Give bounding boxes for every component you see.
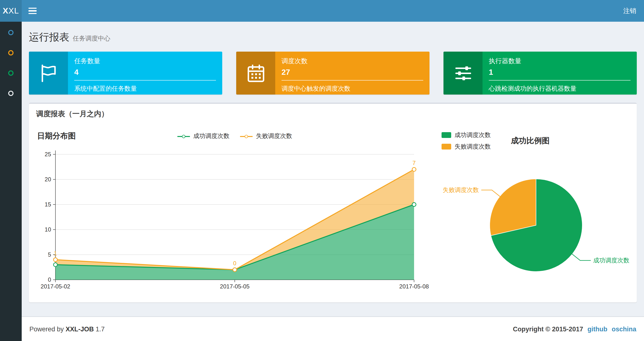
info-box-divider [74, 80, 216, 81]
data-point [54, 263, 57, 267]
line-chart-area: 日期分布图 成功调度次数失败调度次数 05101520252017-05-022… [36, 130, 433, 292]
legend-line-marker-icon [178, 136, 190, 137]
brand-name: XXL-JOB [66, 325, 94, 332]
info-box-body: 任务数量 4 系统中配置的任务数量 [68, 52, 222, 95]
legend-item[interactable]: 失败调度次数 [240, 132, 292, 140]
legend-label: 失败调度次数 [454, 143, 491, 151]
svg-text:15: 15 [44, 201, 51, 208]
menu-item-executor-manage[interactable] [8, 91, 14, 96]
flag-icon [29, 52, 68, 95]
page-title: 运行报表任务调度中心 [29, 30, 637, 44]
page-title-text: 运行报表 [29, 31, 70, 43]
pie-chart-area: 成功调度次数失败调度次数 成功比例图 成功调度次数失败调度次数 [442, 130, 630, 292]
legend-label: 成功调度次数 [193, 132, 230, 140]
svg-text:2017-05-05: 2017-05-05 [220, 283, 250, 290]
info-box-divider [489, 80, 630, 81]
pie-chart-header: 成功调度次数失败调度次数 成功比例图 [442, 130, 630, 151]
pie-slice-2[interactable] [490, 179, 536, 236]
info-box-divider [282, 80, 423, 81]
line-chart-title: 日期分布图 [37, 131, 76, 141]
copyright: Copyright © 2015-2017 [513, 325, 583, 332]
main-content: 运行报表任务调度中心 任务数量 4 系统中配置的任务数量 [22, 22, 644, 316]
pie-chart-title: 成功比例图 [511, 136, 550, 146]
info-box-title: 执行器数量 [489, 57, 630, 66]
svg-text:20: 20 [44, 176, 51, 183]
menu-item-job-manage[interactable] [8, 50, 14, 56]
line-chart-canvas: 05101520252017-05-022017-05-052017-05-08… [36, 147, 433, 292]
svg-text:10: 10 [44, 226, 51, 233]
svg-text:25: 25 [44, 151, 51, 157]
calendar-icon [236, 52, 275, 95]
legend-item[interactable]: 成功调度次数 [442, 131, 491, 139]
info-box-value: 27 [282, 68, 423, 77]
info-box-desc: 调度中心触发的调度次数 [282, 84, 423, 93]
footer-right: Copyright © 2015-2017 github oschina [513, 325, 636, 332]
legend-item[interactable]: 失败调度次数 [442, 143, 491, 151]
svg-text:7: 7 [412, 160, 416, 166]
pie-chart-canvas: 成功调度次数失败调度次数 [442, 155, 630, 278]
powered-by: Powered by XXL-JOB 1.7 [30, 325, 104, 332]
info-box-desc: 系统中配置的任务数量 [74, 84, 216, 93]
info-box-triggers: 调度次数 27 调度中心触发的调度次数 [236, 52, 430, 95]
report-panel: 调度报表（一月之内） 日期分布图 成功调度次数失败调度次数 0510152025… [29, 103, 637, 302]
legend-line-marker-icon [240, 136, 252, 137]
info-box-executors: 执行器数量 1 心跳检测成功的执行器机器数量 [444, 52, 637, 95]
sidebar-menu [0, 22, 22, 96]
line-chart-header: 日期分布图 成功调度次数失败调度次数 [36, 130, 433, 145]
app-root: XXL 注销 运行报表任务调度中心 任务数量 [0, 0, 644, 341]
svg-text:1: 1 [54, 250, 57, 257]
data-point [233, 268, 237, 271]
line-chart-legend: 成功调度次数失败调度次数 [172, 130, 298, 140]
panel-body: 日期分布图 成功调度次数失败调度次数 05101520252017-05-022… [29, 119, 637, 292]
menu-item-dispatch-log[interactable] [8, 70, 14, 76]
info-box-desc: 心跳检测成功的执行器机器数量 [489, 84, 630, 93]
info-box-body: 执行器数量 1 心跳检测成功的执行器机器数量 [482, 52, 637, 95]
menu-item-report[interactable] [8, 30, 14, 35]
github-link[interactable]: github [588, 325, 607, 332]
svg-text:5: 5 [48, 251, 51, 258]
svg-text:0: 0 [48, 276, 51, 283]
info-box-title: 调度次数 [282, 57, 423, 66]
logo-text: XL [8, 6, 19, 16]
legend-label: 失败调度次数 [256, 132, 292, 140]
sidebar [0, 22, 22, 341]
pie-chart-legend: 成功调度次数失败调度次数 [442, 131, 491, 151]
info-box-value: 1 [489, 68, 630, 77]
svg-text:0: 0 [233, 260, 236, 266]
data-point [412, 203, 416, 206]
sliders-icon [444, 52, 482, 95]
app-logo[interactable]: XXL [0, 0, 22, 22]
powered-prefix: Powered by [30, 325, 64, 332]
legend-item[interactable]: 成功调度次数 [178, 132, 230, 140]
svg-text:2017-05-02: 2017-05-02 [41, 283, 70, 290]
panel-title: 调度报表（一月之内） [29, 104, 637, 119]
page-footer: Powered by XXL-JOB 1.7 Copyright © 2015-… [22, 316, 644, 341]
page-header: 运行报表任务调度中心 [22, 22, 644, 44]
data-point [54, 258, 57, 262]
oschina-link[interactable]: oschina [612, 325, 636, 332]
logout-link[interactable]: 注销 [616, 0, 644, 22]
hamburger-icon [28, 10, 37, 12]
data-point [412, 167, 416, 171]
hamburger-icon [28, 13, 37, 14]
logo-text-bold: X [3, 6, 8, 16]
top-navbar: XXL 注销 [0, 0, 644, 22]
info-box-jobs: 任务数量 4 系统中配置的任务数量 [29, 52, 222, 95]
svg-text:失败调度次数: 失败调度次数 [443, 186, 479, 193]
sidebar-toggle-button[interactable] [22, 0, 44, 22]
page-subtitle: 任务调度中心 [73, 35, 110, 42]
hamburger-icon [28, 8, 37, 9]
legend-label: 成功调度次数 [454, 131, 491, 139]
legend-swatch-icon [442, 144, 451, 150]
svg-text:成功调度次数: 成功调度次数 [593, 257, 629, 264]
info-box-body: 调度次数 27 调度中心触发的调度次数 [275, 52, 430, 95]
info-box-value: 4 [74, 68, 216, 77]
info-box-row: 任务数量 4 系统中配置的任务数量 [22, 52, 644, 95]
legend-swatch-icon [442, 132, 451, 138]
brand-version: 1.7 [96, 325, 105, 332]
svg-text:2017-05-08: 2017-05-08 [399, 283, 429, 290]
info-box-title: 任务数量 [74, 57, 216, 66]
